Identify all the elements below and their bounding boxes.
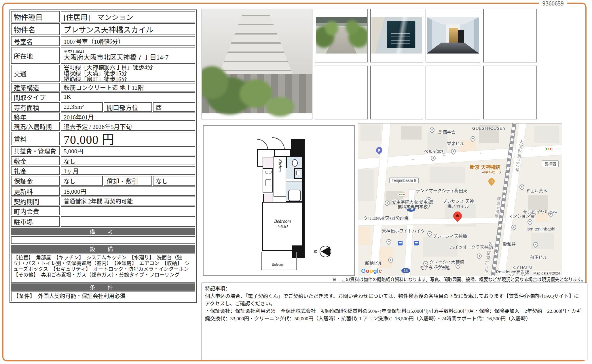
balcony: Balcony: [261, 252, 297, 270]
map-building: [360, 125, 381, 141]
map-pin-icon: [426, 230, 433, 237]
table-row: 町内会費: [11, 206, 195, 215]
section-header-equipment: 設 備: [11, 245, 195, 253]
table-row: 現況/入居時期退去予定 / 2026年5月下旬: [11, 122, 195, 131]
table-row: 交通 谷町線「天神橋筋六丁目」徒歩4分 環状線「天満」徒歩15分 堺筋線「扇町」…: [11, 65, 195, 82]
row-label: 号室名: [11, 36, 60, 46]
map-label: 新納ビル: [365, 260, 382, 266]
table-row: 築年2016年01月: [11, 113, 195, 121]
table-row: 保証金 なし 償却・敷引 なし: [11, 176, 195, 186]
map-building: [358, 227, 370, 245]
sign-photo-image: [371, 17, 422, 54]
row-label: 築年: [11, 113, 60, 121]
map-label-boxed: Tenjimbashi 8: [389, 178, 419, 183]
restaurant-icon: [487, 177, 496, 186]
map-pin-icon: [476, 252, 483, 259]
row-value: 鉄筋コンクリート造 地上12階: [61, 83, 195, 92]
row-value: なし: [61, 156, 195, 165]
row-label: 物件名: [11, 23, 60, 35]
building-photo-image: [202, 9, 312, 119]
kitchen-label: Kitchen: [278, 159, 282, 172]
kitchen-counter: [263, 168, 273, 193]
map-pin-icon: [526, 218, 533, 225]
row-value: 2016年01月: [61, 113, 195, 121]
row-label: 更新料: [11, 186, 60, 196]
compass-icon: [320, 246, 331, 257]
table-row: 駐車場: [11, 216, 195, 227]
road-arrow-icon: →: [411, 156, 415, 161]
row-value: 谷町線「天神橋筋六丁目」徒歩4分 環状線「天満」徒歩15分 堺筋線「扇町」徒歩1…: [61, 65, 195, 82]
row-value: 普通借家 2年間 再契約可能: [61, 197, 195, 205]
row-label: 契約期間: [11, 197, 60, 205]
row-label: 間取タイプ: [11, 92, 60, 101]
map-label: 愛和荘: [503, 241, 516, 247]
row-value: 退去予定 / 2026年5月下旬: [61, 122, 195, 131]
postal-code: 〒531-0041: [64, 50, 85, 54]
map-label: ism tenjinbashi: [527, 226, 555, 231]
row-value: なし: [61, 176, 103, 186]
map-label: 創価学会: [438, 129, 456, 135]
bedroom: Bedroom ≒6.6J: [262, 202, 303, 251]
powder-room: [286, 168, 294, 179]
row-value: 22.35m²: [61, 102, 103, 112]
map-label: モアライフ天七: [420, 264, 450, 270]
row-label: 建築構造: [11, 83, 60, 92]
row-value: なし: [153, 176, 195, 186]
section-header-remarks: 備 考: [11, 228, 195, 235]
row-label: 保証金: [11, 176, 60, 186]
table-row: 専有面積 22.35m² 開口部方位 西: [11, 102, 195, 112]
table-row: 物件名プレサンス天神橋スカイル: [11, 23, 195, 35]
map-pin-icon: [428, 126, 435, 133]
road-arrow-icon: ←: [479, 150, 483, 155]
door-arc-icon: [272, 137, 285, 150]
row-label: 共益費・管理費: [11, 146, 60, 155]
property-sheet: { "page": { "doc_number": "9360659", "ac…: [0, 0, 592, 364]
map-label: Residence高千穂: [496, 268, 529, 275]
row-value: [61, 206, 195, 215]
remarks-content: [11, 236, 195, 244]
photo-placeholder-empty: [315, 66, 368, 119]
notes-paragraph: 個人申込の場合、「電子契約くん」でご契約いただきます。お問い合わせについては、物…: [205, 292, 584, 307]
bedroom-size-label: ≒6.6J: [263, 224, 302, 229]
compass-north-label: N: [313, 250, 318, 253]
row-label: 現況/入居時期: [11, 122, 60, 131]
traffic-light-icon: [545, 147, 553, 151]
table-row: 所在地 〒531-0041 大阪府大阪市北区天神橋７丁目14-7: [11, 47, 195, 64]
traffic-light-icon: [398, 193, 406, 197]
row-label: 物件種目: [11, 11, 60, 22]
row-value: 1007号室（10階部分）: [61, 36, 195, 46]
bus-stop-icon: [398, 241, 403, 245]
table-row: 号室名1007号室（10階部分）: [11, 36, 195, 46]
row-value: 1ヶ月: [61, 166, 195, 175]
balcony-label: Balcony: [272, 262, 283, 267]
kitchen-corridor: Kitchen: [274, 156, 286, 197]
wall-block: [291, 139, 305, 157]
table-row: 物件種目[住居用] マンション: [11, 11, 195, 22]
table-row: 更新料15,000円: [11, 186, 195, 196]
door-arc-icon: [257, 139, 268, 150]
map-label: マンション富: [508, 213, 534, 219]
photo-entrance-hall: [426, 9, 480, 62]
sink-room: [294, 168, 302, 179]
conditions-content: 【条件】 外国人契約可能・保証会社利用必須: [11, 291, 195, 301]
map[interactable]: ← ← ← → P 14 14 創価学会 GUESTHOUSEn 栄泉ビル ベル…: [358, 123, 562, 276]
photo-entrance-garden: [315, 9, 368, 62]
row-label: 敷金: [11, 156, 60, 165]
table-row: 礼金1ヶ月: [11, 166, 195, 175]
bedroom-label: Bedroom: [263, 219, 302, 224]
equipment-content: 【位置】 角部屋 【キッチン】 システムキッチン 【水廻り】 洗面台（独立）・バ…: [11, 254, 195, 283]
document-number: 9360659: [539, 0, 567, 7]
special-notes-box: 特記事項： 個人申込の場合、「電子契約くん」でご契約いただきます。お問い合わせに…: [202, 283, 587, 360]
row-value: 〒531-0041 大阪府大阪市北区天神橋７丁目14-7: [61, 47, 195, 64]
map-label: ベルデ本社: [424, 148, 445, 154]
row-label: 開口部方位: [104, 102, 152, 112]
route-shield-14: 14: [401, 268, 410, 273]
row-value: 1K: [61, 92, 195, 101]
photo-placeholder-empty: [370, 66, 423, 119]
map-label: グレーシィ天神橋: [432, 233, 467, 239]
map-building: [430, 167, 465, 183]
row-value: [住居用] マンション: [61, 11, 195, 22]
row-label: 町内会費: [11, 206, 60, 215]
row-label: 交通: [11, 65, 60, 82]
map-label: クリエイト天八ビル: [363, 215, 402, 221]
